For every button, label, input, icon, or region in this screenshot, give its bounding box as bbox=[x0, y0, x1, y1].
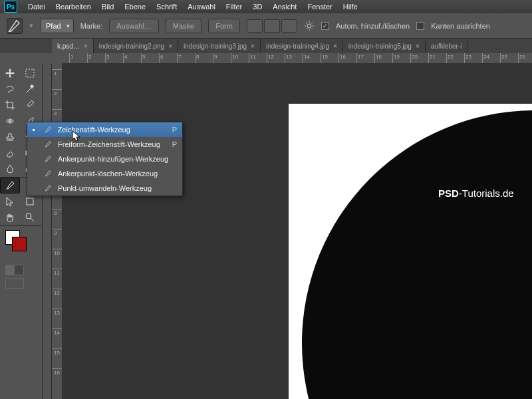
mode-dropdown[interactable]: Pfad bbox=[40, 19, 74, 33]
auto-add-checkbox[interactable]: ✓ bbox=[321, 22, 329, 30]
close-icon[interactable]: × bbox=[84, 43, 88, 50]
black-circle-shape bbox=[302, 110, 532, 399]
tab-label: indesign-training3.jpg bbox=[184, 43, 247, 50]
hand-tool[interactable] bbox=[0, 209, 20, 225]
document-tabs: k.psd…×indesign-training2.png×indesign-t… bbox=[0, 39, 532, 53]
svg-point-0 bbox=[307, 24, 311, 28]
close-icon[interactable]: × bbox=[251, 43, 255, 50]
background-swatch[interactable] bbox=[12, 237, 27, 251]
blur-tool[interactable] bbox=[0, 161, 20, 177]
ruler-vertical: 12345678910111213141516 bbox=[52, 64, 63, 399]
crop-tool[interactable] bbox=[0, 97, 20, 113]
align-edges-label: Kanten ausrichten bbox=[431, 22, 490, 30]
canvas-area[interactable]: PSD-Tutorials.de bbox=[63, 64, 532, 399]
pen-tool-indicator[interactable] bbox=[7, 18, 23, 34]
eyedropper-tool[interactable] bbox=[20, 97, 40, 113]
zoom-tool[interactable] bbox=[20, 209, 40, 225]
pen-variant-icon bbox=[43, 155, 53, 163]
lasso-tool[interactable] bbox=[0, 81, 20, 97]
brand-text: PSD-Tutorials.de bbox=[438, 188, 514, 199]
flyout-shortcut: P bbox=[172, 140, 177, 148]
make-label: Marke: bbox=[80, 22, 103, 30]
pen-variant-icon bbox=[43, 140, 53, 148]
document-tab[interactable]: aufkleber-i bbox=[426, 39, 468, 53]
flyout-item[interactable]: Freiform-Zeichenstift-WerkzeugP bbox=[27, 137, 182, 152]
marquee-tool[interactable] bbox=[20, 65, 40, 81]
svg-point-7 bbox=[26, 213, 31, 219]
path-op-3[interactable] bbox=[281, 19, 297, 33]
flyout-shortcut: P bbox=[172, 126, 177, 134]
mouse-cursor bbox=[72, 130, 81, 144]
healing-tool[interactable] bbox=[0, 113, 20, 129]
screenmode-toggle[interactable] bbox=[5, 278, 24, 289]
tab-label: k.psd… bbox=[57, 43, 80, 50]
tab-label: aufkleber-i bbox=[431, 43, 462, 50]
menu-hilfe[interactable]: Hilfe bbox=[343, 3, 358, 11]
align-edges-checkbox[interactable] bbox=[416, 22, 424, 30]
menu-3d[interactable]: 3D bbox=[253, 3, 262, 11]
pen-variant-icon bbox=[43, 126, 53, 134]
move-tool[interactable] bbox=[0, 65, 20, 81]
tab-label: indesign-training4.jpg bbox=[266, 43, 329, 50]
menu-bild[interactable]: Bild bbox=[102, 3, 114, 11]
close-icon[interactable]: × bbox=[168, 43, 172, 50]
canvas[interactable] bbox=[289, 104, 532, 399]
tools-panel bbox=[0, 64, 43, 399]
flyout-item[interactable]: Ankerpunkt-hinzufügen-Werkzeug bbox=[27, 152, 182, 166]
ruler-horizontal: 1234567891011121314151617181920212223242… bbox=[63, 53, 532, 64]
tab-label: indesign-training5.jpg bbox=[348, 43, 412, 50]
flyout-label: Ankerpunkt-hinzufügen-Werkzeug bbox=[58, 155, 168, 163]
flyout-label: Zeichenstift-Werkzeug bbox=[58, 126, 130, 134]
document-tab[interactable]: k.psd…× bbox=[52, 39, 94, 53]
path-selection-tool[interactable] bbox=[0, 194, 20, 209]
path-op-2[interactable] bbox=[264, 19, 280, 33]
pen-variant-icon bbox=[43, 184, 53, 192]
menu-schrift[interactable]: Schrift bbox=[156, 3, 177, 11]
eraser-tool[interactable] bbox=[0, 145, 20, 161]
flyout-label: Punkt-umwandeln-Werkzeug bbox=[58, 184, 152, 192]
close-icon[interactable]: × bbox=[416, 43, 420, 50]
menu-ansicht[interactable]: Ansicht bbox=[273, 3, 297, 11]
mode-value: Pfad bbox=[46, 22, 61, 30]
magic-wand-tool[interactable] bbox=[20, 81, 40, 97]
auto-add-label: Autom. hinzuf./löschen bbox=[336, 22, 410, 30]
document-tab[interactable]: indesign-training5.jpg× bbox=[343, 39, 426, 53]
color-swatches[interactable] bbox=[0, 226, 42, 263]
stamp-tool[interactable] bbox=[0, 129, 20, 145]
menu-bearbeiten[interactable]: Bearbeiten bbox=[56, 3, 91, 11]
document-tab[interactable]: indesign-training4.jpg× bbox=[261, 39, 343, 53]
tab-label: indesign-training2.png bbox=[99, 43, 164, 50]
close-icon[interactable]: × bbox=[333, 43, 337, 50]
svg-rect-6 bbox=[27, 198, 33, 205]
path-op-1[interactable] bbox=[247, 19, 263, 33]
document-tab[interactable]: indesign-training3.jpg× bbox=[178, 39, 261, 53]
flyout-item[interactable]: Punkt-umwandeln-Werkzeug bbox=[27, 181, 182, 196]
shape-button[interactable]: Form bbox=[208, 19, 240, 33]
menu-fenster[interactable]: Fenster bbox=[307, 3, 332, 11]
panel-gutter bbox=[43, 64, 52, 399]
menu-datei[interactable]: Datei bbox=[28, 3, 45, 11]
document-tab[interactable]: indesign-training2.png× bbox=[94, 39, 178, 53]
selection-button[interactable]: Auswahl… bbox=[109, 19, 159, 33]
pen-tool[interactable] bbox=[0, 178, 20, 194]
menu-filter[interactable]: Filter bbox=[226, 3, 242, 11]
options-bar: ▾ Pfad Marke: Auswahl… Maske Form ✓ Auto… bbox=[0, 13, 532, 39]
menu-ebene[interactable]: Ebene bbox=[124, 3, 146, 11]
pen-variant-icon bbox=[43, 170, 53, 178]
quickmask-toggle[interactable] bbox=[5, 265, 24, 275]
app-logo: Ps bbox=[4, 1, 17, 13]
flyout-label: Ankerpunkt-löschen-Werkzeug bbox=[58, 170, 158, 178]
menu-auswahl[interactable]: Auswahl bbox=[188, 3, 215, 11]
gear-icon[interactable] bbox=[304, 21, 315, 31]
menu-bar: Ps DateiBearbeitenBildEbeneSchriftAuswah… bbox=[0, 0, 532, 13]
flyout-item[interactable]: Zeichenstift-WerkzeugP bbox=[27, 122, 182, 137]
mask-button[interactable]: Maske bbox=[166, 19, 201, 33]
pen-tool-flyout: Zeichenstift-WerkzeugPFreiform-Zeichenst… bbox=[27, 122, 183, 196]
flyout-item[interactable]: Ankerpunkt-löschen-Werkzeug bbox=[27, 166, 182, 181]
svg-rect-1 bbox=[26, 69, 34, 77]
